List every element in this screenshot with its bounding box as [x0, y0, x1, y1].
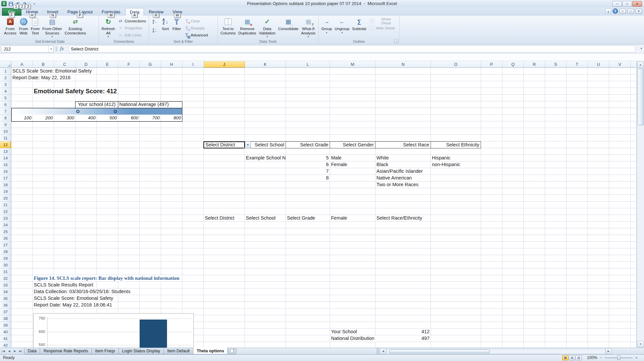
cell-N40[interactable]: 412 [375, 329, 431, 335]
column-header-I[interactable]: I [182, 61, 204, 68]
row-header-25[interactable]: 25 [0, 228, 11, 235]
cell-N17[interactable]: Native American [375, 175, 431, 181]
cell-N12[interactable]: Select Race [375, 141, 431, 148]
cell-K14[interactable]: Example School Name [245, 155, 286, 161]
select-all-corner[interactable] [0, 61, 11, 68]
column-header-G[interactable]: G [140, 61, 161, 68]
tab-data[interactable]: DataA [125, 8, 144, 16]
row-header-39[interactable]: 39 [0, 322, 11, 329]
row-header-29[interactable]: 29 [0, 255, 11, 262]
column-header-O[interactable]: O [431, 61, 481, 68]
cell-B8[interactable]: 200 [33, 115, 54, 121]
sort-az-button[interactable]: AZ↓ [151, 18, 159, 25]
horizontal-scrollbar-track[interactable] [386, 349, 605, 354]
cell-G8[interactable]: 700 [140, 115, 161, 121]
sheet-tab-data[interactable]: Data [24, 348, 40, 354]
refresh-all-button[interactable]: ↻Refresh All▾ [100, 17, 116, 38]
cell-D6[interactable]: Your school (412) [75, 101, 118, 108]
text-to-columns-button[interactable]: Text to Columns [219, 17, 237, 38]
cell-B36[interactable]: Report Date: May 22, 2016 18:06:41 [33, 302, 113, 308]
row-header-10[interactable]: 10 [0, 128, 11, 135]
row-header-35[interactable]: 35 [0, 295, 11, 302]
cell-N18[interactable]: Two or More Races [375, 182, 431, 188]
tab-file[interactable]: FileF [2, 8, 21, 16]
what-if-analysis-button[interactable]: ▦?What-If Analysis▾ [300, 17, 317, 38]
fill-handle[interactable] [244, 147, 245, 149]
name-box-dropdown-icon[interactable]: ▾ [48, 46, 53, 52]
cell-N16[interactable]: Asian/Pacific Islander [375, 168, 431, 174]
row-header-19[interactable]: 19 [0, 188, 11, 195]
ungroup-button[interactable]: ←Ungroup▾ [333, 17, 351, 38]
group-button[interactable]: →Group▾ [320, 17, 333, 38]
sheet-tab-login-status-display[interactable]: Login Status Display [119, 348, 164, 354]
close-button[interactable]: ✕ [632, 1, 642, 7]
scroll-up-icon[interactable]: ▲ [637, 62, 644, 68]
row-header-40[interactable]: 40 [0, 329, 11, 335]
zoom-out-icon[interactable]: − [599, 356, 603, 360]
cell-N23[interactable]: Select Race/Ethnicity [375, 215, 431, 221]
column-header-C[interactable]: C [54, 61, 75, 68]
save-button[interactable] [8, 1, 14, 7]
row-header-26[interactable]: 26 [0, 235, 11, 242]
column-header-Q[interactable]: Q [502, 61, 524, 68]
row-header-37[interactable]: 37 [0, 309, 11, 315]
row-header-13[interactable]: 13 [0, 148, 11, 155]
cell-J23[interactable]: Select District [204, 215, 245, 221]
cell-L12[interactable]: Select Grade [286, 141, 330, 148]
zoom-level[interactable]: 100% [587, 355, 597, 361]
row-header-22[interactable]: 22 [0, 208, 11, 215]
workbook-minimize-icon[interactable]: ─ [619, 9, 626, 14]
cell-H8[interactable]: 800 [161, 115, 182, 121]
column-header-V[interactable]: V [609, 61, 631, 68]
row-header-41[interactable]: 41 [0, 335, 11, 342]
row-header-5[interactable]: 5 [0, 95, 11, 101]
row-header-38[interactable]: 38 [0, 315, 11, 322]
cell-N15[interactable]: Black [375, 161, 431, 168]
tab-review[interactable]: ReviewR [144, 8, 168, 16]
column-header-partial[interactable] [631, 61, 637, 68]
from-access-button[interactable]: AFrom Access [3, 17, 18, 38]
cell-L23[interactable]: Select Grade [286, 215, 330, 221]
scroll-right-icon[interactable]: ▶ [606, 349, 612, 354]
sheet-tab-response-rate-reports[interactable]: Response Rate Reports [40, 348, 92, 354]
cell-L16[interactable]: 7 [286, 168, 330, 174]
cell-L15[interactable]: 6 [286, 161, 330, 168]
excel-app-icon[interactable]: X [1, 1, 7, 6]
vertical-scrollbar[interactable]: ▲ ▼ [637, 61, 644, 348]
row-header-27[interactable]: 27 [0, 242, 11, 248]
zoom-in-icon[interactable]: + [634, 356, 639, 360]
tab-formulas[interactable]: FormulasM [97, 8, 125, 16]
help-icon[interactable]: ? [613, 8, 618, 14]
zoom-slider-thumb[interactable] [617, 356, 620, 360]
row-header-7[interactable]: 7 [0, 108, 11, 115]
row-header-2[interactable]: 2 [0, 75, 11, 81]
next-sheet-icon[interactable]: ▶ [12, 349, 17, 354]
column-header-B[interactable]: B [33, 61, 54, 68]
formula-bar-grip[interactable] [55, 46, 57, 51]
vertical-scrollbar-thumb[interactable] [638, 69, 644, 125]
row-header-16[interactable]: 16 [0, 168, 11, 175]
column-header-J[interactable]: J [204, 61, 245, 68]
page-layout-view-icon[interactable]: ▤ [569, 355, 575, 360]
scroll-down-icon[interactable]: ▼ [637, 341, 644, 347]
row-header-21[interactable]: 21 [0, 202, 11, 208]
cell-B34[interactable]: Data Collection: 03/30/16-05/25/16: Stud… [33, 288, 131, 295]
row-header-18[interactable]: 18 [0, 182, 11, 188]
column-header-N[interactable]: N [375, 61, 431, 68]
remove-duplicates-button[interactable]: ▦✕Remove Duplicates [237, 17, 258, 38]
consolidate-button[interactable]: ▦→Consolidate [277, 17, 300, 38]
dialog-launcher-icon[interactable]: ↘ [394, 39, 398, 43]
workbook-close-icon[interactable]: ✕ [635, 9, 642, 14]
row-header-42[interactable]: 42 [0, 342, 11, 348]
horizontal-scrollbar-thumb[interactable] [389, 349, 490, 353]
row-header-4[interactable]: 4 [0, 88, 11, 95]
from-other-sources-button[interactable]: ▤From Other Sources▾ [41, 17, 63, 38]
minimize-button[interactable]: ─ [612, 1, 622, 7]
maximize-button[interactable]: □ [622, 1, 632, 7]
cell-A8[interactable]: 100 [11, 115, 32, 121]
worksheet-grid[interactable]: OOSCLS Scale Score: Emotional SafetyRepo… [11, 68, 637, 348]
row-header-34[interactable]: 34 [0, 288, 11, 295]
scroll-left-icon[interactable]: ◀ [380, 349, 386, 354]
cell-N41[interactable]: 497 [375, 335, 431, 342]
first-sheet-icon[interactable]: ◀ [1, 349, 6, 354]
